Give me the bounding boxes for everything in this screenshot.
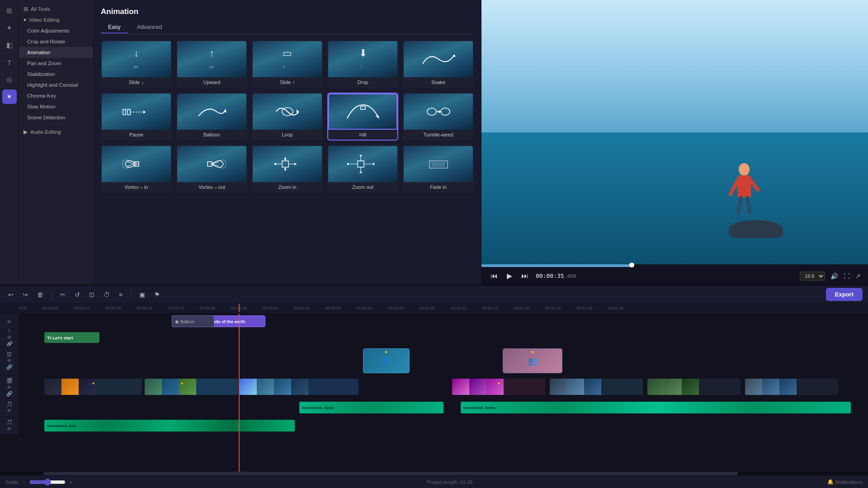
anim-card-hill[interactable]: Hill xyxy=(327,93,398,141)
ruler-mark-11: 00:00:55 xyxy=(357,306,373,310)
screen-button[interactable]: ▣ xyxy=(137,289,148,300)
sidebar-icon-layers[interactable]: ◧ xyxy=(2,38,17,52)
sidebar-icon-globe[interactable]: ◎ xyxy=(2,72,17,87)
sidebar-item-crop-rotate[interactable]: Crop and Rotate xyxy=(19,36,93,47)
track-lnk-icon[interactable]: 🔗 xyxy=(6,364,13,370)
tab-advanced[interactable]: Advanced xyxy=(130,22,170,33)
anim-card-pause[interactable]: Pause xyxy=(101,93,172,141)
svg-rect-25 xyxy=(358,161,364,167)
clip-balloon-annotation[interactable]: ◉ Balloon xyxy=(172,315,214,327)
sidebar-icon-text[interactable]: T xyxy=(2,55,17,70)
expand-icon[interactable]: ⛶ xyxy=(844,272,850,280)
track-lnk-icon-3[interactable]: 🔗 xyxy=(6,391,13,397)
hill-icon xyxy=(345,103,381,121)
delete-button[interactable]: 🗑 xyxy=(34,289,46,300)
ruler-mark-19: 00:01:35 xyxy=(608,306,624,310)
skip-forward-button[interactable]: ⏭ xyxy=(519,270,530,282)
track-vis-audio[interactable]: 👁 xyxy=(7,408,12,413)
anim-card-vortex-out[interactable]: Vortex – out xyxy=(176,145,247,193)
undo-button[interactable]: ↩ xyxy=(5,289,16,300)
sidebar-item-pan-zoom[interactable]: Pan and Zoom xyxy=(19,58,93,69)
svg-marker-8 xyxy=(376,115,379,118)
anim-card-zoom-in[interactable]: Zoom in xyxy=(252,145,323,193)
audio-clip-3[interactable]: Soundtrack_Ana xyxy=(44,420,295,432)
anim-card-upward[interactable]: ↑▭ Upward xyxy=(176,40,247,88)
progress-bar-container[interactable] xyxy=(481,264,868,267)
anim-card-snake[interactable]: Snake xyxy=(403,40,474,88)
video-clip-2[interactable]: ★ xyxy=(145,379,238,395)
notifications-button[interactable]: 🔔 Notifications xyxy=(827,479,863,485)
track-vis-icon[interactable]: 👁 xyxy=(7,358,12,363)
video-clip-7[interactable] xyxy=(647,379,741,395)
track-pic-icon[interactable]: 🖼 xyxy=(7,352,12,357)
cut-button[interactable]: ✂ xyxy=(57,289,68,300)
track-visibility-icon[interactable]: 👁 xyxy=(7,319,12,324)
list-button[interactable]: ≡ xyxy=(116,289,125,300)
track-vis-icon-3[interactable]: 👁 xyxy=(7,385,12,390)
sidebar-icon-effects[interactable]: ✶ xyxy=(2,89,17,104)
track-text-icon[interactable]: T xyxy=(8,328,11,334)
video-editing-header[interactable]: ▾ Video Editing xyxy=(19,14,93,25)
audio-clip-2[interactable]: Soundtrack_0wma xyxy=(461,402,851,413)
anim-card-slide-up[interactable]: ▭↑ Slide ↑ xyxy=(252,40,323,88)
anim-card-tumble-weed[interactable]: Tumble-weed xyxy=(403,93,474,141)
tab-easy[interactable]: Easy xyxy=(101,22,128,33)
video-clip-6[interactable] xyxy=(550,379,643,395)
sidebar-item-chroma-key[interactable]: Chroma Key xyxy=(19,90,93,101)
ruler-mark-18: 00:01:30 xyxy=(576,306,592,310)
sidebar-item-slow-motion[interactable]: Slow Motion xyxy=(19,101,93,112)
volume-icon[interactable]: 🔊 xyxy=(830,272,838,280)
skip-back-button[interactable]: ⏮ xyxy=(489,270,500,282)
track-music-icon[interactable]: 🎵 xyxy=(6,419,13,425)
sidebar-item-animation[interactable]: Animation xyxy=(19,47,93,58)
aspect-ratio-select[interactable]: 16:9 9:16 1:1 4:3 xyxy=(800,272,825,281)
anim-card-slide-down[interactable]: ↓▭ Slide ↓ xyxy=(101,40,172,88)
clip-floating-group[interactable]: 👥 ★ xyxy=(503,348,562,373)
video-clip-5[interactable]: ★ xyxy=(452,379,546,395)
play-button[interactable]: ▶ xyxy=(505,270,514,282)
crop-button[interactable]: ⊡ xyxy=(86,289,97,300)
sidebar-item-stabilization[interactable]: Stabilization xyxy=(19,69,93,80)
progress-handle[interactable] xyxy=(629,263,634,267)
anim-card-zoom-out[interactable]: Zoom out xyxy=(327,145,398,193)
anim-card-drop[interactable]: ⬇⋮ Drop xyxy=(327,40,398,88)
audio-clip-1[interactable]: Soundtrack_0wma xyxy=(299,402,443,413)
sidebar-item-highlight-conceal[interactable]: Highlight and Conceal xyxy=(19,80,93,90)
zoom-in-icon xyxy=(269,155,306,173)
video-clip-3[interactable] xyxy=(240,379,359,395)
video-clip-1[interactable]: ★ xyxy=(44,379,142,395)
track-audio-icon[interactable]: 🎵 xyxy=(6,401,13,407)
scale-slider[interactable] xyxy=(29,479,66,486)
flag-button[interactable]: ⚑ xyxy=(151,289,163,300)
track-vis-audio-2[interactable]: 👁 xyxy=(7,426,12,432)
ruler-mark-2: 00:00:10 xyxy=(74,306,90,310)
anim-card-fade-in[interactable]: Fade in xyxy=(403,145,474,193)
video-clip-8[interactable] xyxy=(745,379,839,395)
time-display: 00:00:35.450 xyxy=(536,272,576,279)
anim-card-balloon[interactable]: Balloon xyxy=(176,93,247,141)
anim-card-vortex-in[interactable]: Vortex – in xyxy=(101,145,172,193)
anim-card-loop[interactable]: Loop xyxy=(252,93,323,141)
external-icon[interactable]: ↗ xyxy=(855,272,861,280)
track-video-icon[interactable]: 🎬 xyxy=(6,378,13,384)
audio-editing-header[interactable]: ▶ Audio Editing xyxy=(19,127,93,137)
track-visibility-icon-2[interactable]: 👁 xyxy=(7,335,12,340)
export-button[interactable]: Export xyxy=(826,288,863,301)
loop-button[interactable]: ↺ xyxy=(72,289,83,300)
balloon-icon-small: ◉ xyxy=(175,319,179,324)
timeline-scrollbar-thumb[interactable] xyxy=(43,472,738,475)
sidebar-icon-magic[interactable]: ✦ xyxy=(2,21,17,35)
sidebar-item-scene-detection[interactable]: Scene Detection xyxy=(19,112,93,123)
person-thumb-icon: 👤 xyxy=(381,356,391,366)
anim-label-balloon: Balloon xyxy=(177,130,246,140)
redo-button[interactable]: ↪ xyxy=(20,289,31,300)
all-tools-header[interactable]: ⊞ All Tools xyxy=(19,4,93,14)
clip-floating-person[interactable]: 👤 ★ xyxy=(363,348,410,373)
sidebar-icon-grid[interactable]: ⊞ xyxy=(2,4,17,18)
timeline-scrollbar[interactable] xyxy=(0,472,868,475)
icon-sidebar: ⊞ ✦ ◧ T ◎ ✶ xyxy=(0,0,19,285)
person-silhouette xyxy=(728,163,760,217)
clip-lets-start[interactable]: Tt Let's start xyxy=(44,332,99,343)
sidebar-item-color-adjustments[interactable]: Color Adjustments xyxy=(19,25,93,36)
clock-button[interactable]: ⏱ xyxy=(101,289,113,300)
